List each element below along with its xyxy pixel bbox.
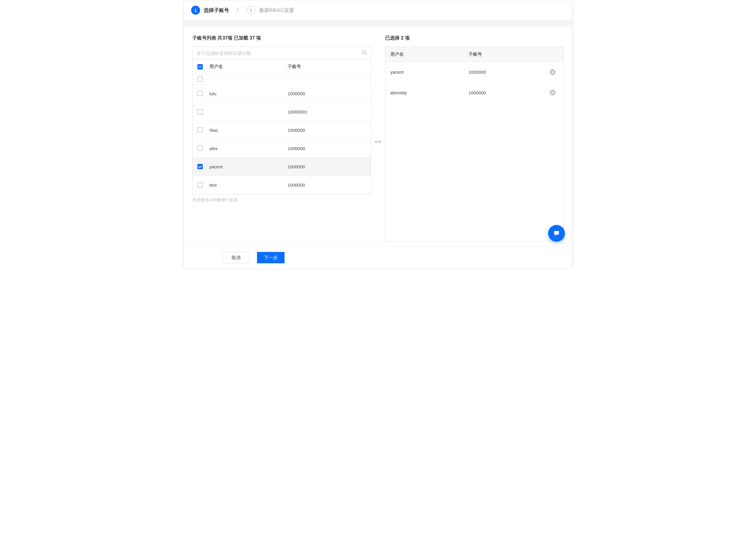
col-username-header: 用户名 [209,64,288,70]
row-checkbox[interactable] [197,109,203,114]
row-account: 1000000 [288,164,366,169]
table-row[interactable] [192,74,370,84]
selected-table: 用户名 子账号 yacent 1000000 [385,47,564,242]
table-row[interactable]: 10000001 [192,103,370,121]
row-checkbox[interactable] [197,183,203,188]
available-table: 用户名 子账号 lulu 1000000 [192,59,371,194]
swap-icon [375,139,381,145]
col-account-header: 子账号 [468,52,547,57]
table-row: yacent 1000000 [386,62,564,82]
row-account: 1000000 [468,90,547,95]
table-row[interactable]: test 1000000 [192,176,370,194]
step-1-number: 1 [191,6,200,15]
row-checkbox[interactable] [197,91,203,96]
row-account: 1000000 [288,128,366,133]
available-title: 子账号列表 共37项 已加载 37 项 [192,35,371,41]
remove-button[interactable] [550,89,556,95]
row-username: yacent [390,70,468,75]
row-checkbox[interactable] [197,164,203,169]
table-row[interactable]: yacent 1000000 [192,158,370,176]
row-account: 1000000 [288,146,366,151]
step-1-label: 选择子账号 [204,7,229,14]
row-username: alexmlqi [390,90,468,95]
table-row: alexmlqi 1000000 [386,82,564,103]
row-checkbox[interactable] [197,77,203,82]
row-account: 10000001 [288,109,366,114]
col-username-header: 用户名 [390,52,468,57]
wizard-steps: 1 选择子账号 2 集群RBAC设置 [184,0,572,20]
row-username: yacent [209,164,288,169]
step-1[interactable]: 1 选择子账号 [191,6,229,15]
row-account: 1000000 [468,70,547,75]
row-username: test [209,183,288,188]
row-username [209,74,288,84]
footer-actions: 取消 下一步 [184,246,572,269]
cancel-button[interactable]: 取消 [222,252,250,263]
row-checkbox[interactable] [197,127,203,133]
col-account-header: 子账号 [288,64,366,70]
row-username: lulu [209,91,288,96]
section-divider [184,20,572,27]
row-username: rbac [209,128,288,133]
selected-title: 已选择 2 项 [385,35,564,41]
row-account: 1000000 [288,91,366,96]
table-row[interactable]: alex 1000000 [192,139,370,158]
next-button[interactable]: 下一步 [257,252,285,263]
selected-panel: 已选择 2 项 用户名 子账号 yacent 1000000 [385,35,564,242]
available-panel: 子账号列表 共37项 已加载 37 项 用户名 子账号 [192,35,371,242]
row-username: alex [209,146,288,151]
selected-table-header: 用户名 子账号 [386,47,564,62]
chat-fab[interactable] [548,225,565,242]
search-input[interactable] [192,47,371,59]
step-2-label: 集群RBAC设置 [259,7,294,14]
table-row[interactable]: lulu 1000000 [192,84,370,103]
step-2-number: 2 [246,6,255,15]
chevron-right-icon [236,8,239,13]
row-account: 1000000 [288,183,366,188]
row-account [288,74,366,84]
shift-hint: 支持按住shift键进行多选 [192,197,371,203]
step-2[interactable]: 2 集群RBAC设置 [246,6,294,15]
table-row[interactable]: rbac 1000000 [192,121,370,139]
available-table-header: 用户名 子账号 [192,59,370,74]
select-all-checkbox[interactable] [197,64,203,70]
row-checkbox[interactable] [197,145,203,151]
remove-button[interactable] [550,69,556,75]
